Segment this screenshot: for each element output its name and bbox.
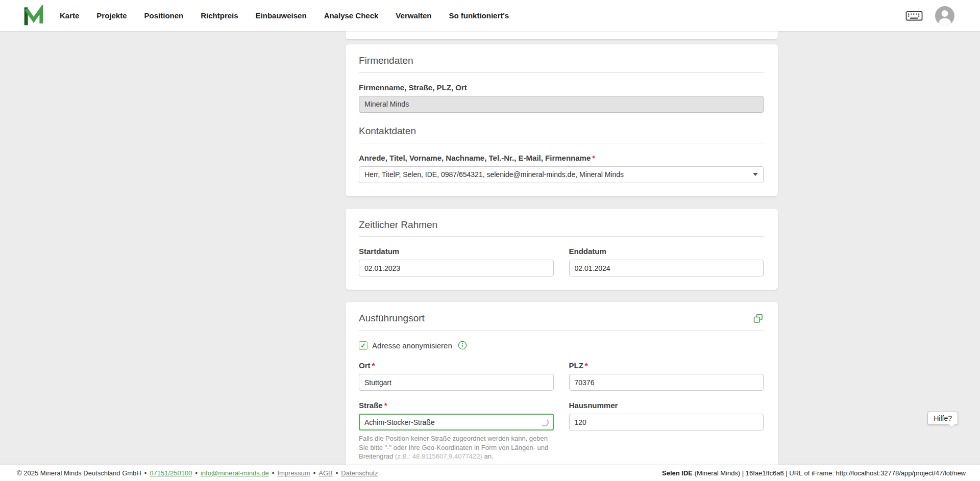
section-title-ausfuehrungsort: Ausführungsort — [359, 312, 425, 324]
mineral-minds-logo[interactable] — [23, 5, 44, 27]
separator-dot: • — [144, 469, 147, 477]
separator-dot: • — [336, 469, 338, 477]
keyboard-button[interactable] — [905, 10, 923, 22]
divider — [359, 330, 764, 331]
kontakt-select-value: Herr, TitelP, Selen, IDE, 0987/654321, s… — [364, 170, 624, 179]
copyright-text: © 2025 Mineral Minds Deutschland GmbH — [17, 469, 141, 477]
logo-icon — [23, 5, 44, 27]
nav-item-positionen[interactable]: Positionen — [144, 11, 184, 20]
anonymize-row: ✓ Adresse anonymisieren — [359, 341, 764, 350]
card-zeitlicher-rahmen: Zeitlicher Rahmen Startdatum Enddatum — [346, 209, 778, 290]
section-title-zeitlicher-rahmen: Zeitlicher Rahmen — [359, 219, 764, 231]
card-fragment-top — [346, 31, 778, 39]
ort-input[interactable] — [359, 374, 554, 391]
field-ort: Ort* — [359, 351, 554, 391]
anonymize-info-button[interactable] — [458, 341, 467, 350]
kontakt-select[interactable]: Herr, TitelP, Selen, IDE, 0987/654321, s… — [359, 166, 764, 183]
kontakt-label-text: Anrede, Titel, Vorname, Nachname, Tel.-N… — [359, 154, 591, 162]
field-label-hausnummer: Hausnummer — [569, 401, 764, 410]
iframe-url-text: (Mineral Minds) | 16fae1ffc6a6 | URL of … — [693, 469, 966, 477]
section-title-kontaktdaten: Kontaktdaten — [359, 125, 764, 137]
enddatum-input[interactable] — [569, 260, 764, 276]
field-label-enddatum: Enddatum — [569, 247, 764, 256]
separator-dot: • — [313, 469, 316, 477]
copy-icon — [753, 313, 764, 324]
strasse-label-text: Straße — [359, 401, 383, 410]
loading-spinner-icon — [541, 418, 549, 426]
keyboard-icon — [905, 10, 923, 22]
field-enddatum: Enddatum — [569, 237, 764, 276]
separator-dot: • — [272, 469, 275, 477]
strasse-input-wrap — [359, 414, 554, 431]
firmenname-input — [359, 96, 764, 113]
field-label-strasse: Straße* — [359, 401, 554, 410]
ausfuehrungsort-header: Ausführungsort — [359, 308, 764, 324]
nav-item-verwalten[interactable]: Verwalten — [396, 11, 431, 20]
top-navbar: Karte Projekte Positionen Richtpreis Ein… — [0, 0, 980, 31]
field-label-firmenname: Firmenname, Straße, PLZ, Ort — [359, 83, 764, 92]
datenschutz-link[interactable]: Datenschutz — [341, 469, 378, 477]
phone-link[interactable]: 07151/250100 — [150, 469, 192, 477]
ort-label-text: Ort — [359, 361, 371, 370]
nav-item-einbauweisen[interactable]: Einbauweisen — [256, 11, 307, 20]
nav-item-projekte[interactable]: Projekte — [96, 11, 127, 20]
field-hausnummer: Hausnummer — [569, 391, 764, 461]
field-startdatum: Startdatum — [359, 237, 554, 276]
navbar-right — [905, 6, 980, 26]
section-title-firmendaten: Firmendaten — [359, 55, 764, 67]
field-label-startdatum: Startdatum — [359, 247, 554, 256]
email-link[interactable]: info@mineral-minds.de — [201, 469, 269, 477]
hint-suffix: an. — [482, 452, 494, 460]
user-avatar[interactable] — [935, 6, 954, 26]
nav-item-richtpreis[interactable]: Richtpreis — [201, 11, 238, 20]
field-strasse: Straße* Falls die Position keiner Straße… — [359, 391, 554, 461]
card-firmendaten: Firmendaten Firmenname, Straße, PLZ, Ort… — [346, 44, 778, 196]
hint-example: (z.B.: 48.8115607,9.4077422) — [395, 452, 482, 460]
divider — [359, 143, 764, 143]
ort-plz-row: Ort* PLZ* — [359, 351, 764, 391]
anonymize-checkbox[interactable]: ✓ — [359, 341, 368, 350]
required-asterisk: * — [585, 361, 588, 370]
info-icon — [458, 341, 467, 350]
field-label-kontakt: Anrede, Titel, Vorname, Nachname, Tel.-N… — [359, 154, 764, 162]
required-asterisk: * — [372, 361, 375, 370]
plz-label-text: PLZ — [569, 361, 583, 370]
debug-info: Selen IDE (Mineral Minds) | 16fae1ffc6a6… — [662, 469, 966, 477]
footer: © 2025 Mineral Minds Deutschland GmbH • … — [0, 465, 980, 481]
impressum-link[interactable]: Impressum — [277, 469, 310, 477]
required-asterisk: * — [384, 401, 387, 410]
card-ausfuehrungsort: Ausführungsort ✓ Adresse anonymisieren — [346, 302, 778, 465]
ide-name: Selen IDE — [662, 469, 693, 477]
nav-item-karte[interactable]: Karte — [60, 11, 79, 20]
strasse-hint: Falls die Position keiner Straße zugeord… — [359, 434, 554, 461]
agb-link[interactable]: AGB — [318, 469, 332, 477]
main-navigation: Karte Projekte Positionen Richtpreis Ein… — [60, 11, 509, 20]
anonymize-label: Adresse anonymisieren — [372, 341, 452, 350]
date-fields-row: Startdatum Enddatum — [359, 237, 764, 276]
footer-left: © 2025 Mineral Minds Deutschland GmbH • … — [17, 469, 378, 477]
nav-item-so-funktionierts[interactable]: So funktioniert's — [449, 11, 509, 20]
help-button[interactable]: Hilfe? — [927, 412, 958, 425]
separator-dot: • — [195, 469, 198, 477]
field-label-ort: Ort* — [359, 361, 554, 370]
strasse-input[interactable] — [359, 414, 554, 431]
field-label-plz: PLZ* — [569, 361, 764, 370]
nav-item-analyse-check[interactable]: Analyse Check — [324, 11, 379, 20]
field-plz: PLZ* — [569, 351, 764, 391]
chevron-down-icon — [753, 173, 758, 176]
divider — [359, 72, 764, 73]
startdatum-input[interactable] — [359, 260, 554, 276]
duplicate-button[interactable] — [753, 313, 764, 324]
hausnummer-input[interactable] — [569, 414, 764, 431]
main-content: Firmendaten Firmenname, Straße, PLZ, Ort… — [0, 31, 980, 465]
person-icon — [935, 6, 954, 26]
form-column: Firmendaten Firmenname, Straße, PLZ, Ort… — [346, 31, 778, 465]
plz-input[interactable] — [569, 374, 764, 391]
required-asterisk: * — [592, 154, 595, 162]
strasse-hausnummer-row: Straße* Falls die Position keiner Straße… — [359, 391, 764, 461]
